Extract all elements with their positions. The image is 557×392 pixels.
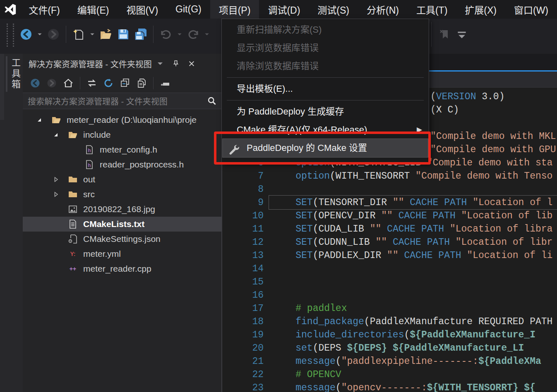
solution-explorer-panel: 解决方案资源管理器 - 文件夹视图 搜索解决方案资源管理器 - 文件夹视图 me… [23, 54, 222, 392]
code-token [273, 343, 295, 354]
code-token: "Location of lib [461, 210, 553, 221]
menu-bar-items: 文件(F)编辑(E)视图(V)Git(G)项目(P)调试(D)测试(S)分析(N… [20, 0, 557, 19]
code-token: CACHE PATH [393, 237, 456, 248]
code-line[interactable]: 21 message("paddlexpipeline-------:${Pad… [222, 355, 557, 368]
redo-icon[interactable] [186, 27, 201, 42]
new-file-icon[interactable] [71, 27, 86, 42]
code-line[interactable]: 7 option(WITH_TENSORRT "Compile demo wit… [222, 170, 557, 183]
code-line[interactable]: 10 SET(OPENCV_DIR "" CACHE PATH "Locatio… [222, 209, 557, 222]
code-line[interactable]: 16 [222, 289, 557, 302]
code-token: "Compile demo with MKL [430, 131, 556, 142]
folder-open-icon [67, 129, 78, 140]
tree-expanded-icon[interactable] [50, 129, 61, 140]
menubar-item-view[interactable]: 视图(V) [118, 0, 167, 19]
dropdown-chevron-icon[interactable] [89, 27, 96, 42]
menubar-item-project[interactable]: 项目(P) [210, 0, 259, 19]
tree-item[interactable]: ++meter_reader.cpp [23, 261, 221, 276]
tree-item-label: meter_reader (D:\luoqianhui\proje [67, 115, 197, 125]
code-line[interactable]: 23 message("opencv-------:${WITH_TENSORR… [222, 381, 557, 392]
nav-forward-icon[interactable] [46, 77, 58, 89]
nav-forward-icon[interactable] [46, 27, 61, 42]
toolbar-grip-handle[interactable] [7, 24, 14, 47]
code-token: CUDA_LIB [318, 224, 370, 234]
close-icon[interactable] [187, 60, 196, 68]
tree-collapsed-icon[interactable] [50, 174, 61, 185]
tree-item[interactable]: include [23, 127, 221, 142]
nav-back-icon[interactable] [19, 27, 34, 42]
tree-item[interactable]: Y:meter.yml [23, 246, 221, 261]
toolbox-tab[interactable]: 工具箱 [6, 56, 22, 92]
dropdown-chevron-icon[interactable] [156, 60, 164, 68]
search-icon[interactable] [207, 96, 216, 105]
menubar-item-analyze[interactable]: 分析(N) [358, 0, 408, 19]
dropdown-chevron-icon[interactable] [36, 27, 43, 42]
code-line[interactable]: 13 SET(PADDLEX_DIR "" CACHE PATH "Locati… [222, 249, 557, 262]
menubar-item-git[interactable]: Git(G) [167, 0, 210, 19]
menubar-item-window[interactable]: 窗口(W) [505, 0, 557, 19]
code-line[interactable]: 8 [222, 183, 557, 196]
tree-item[interactable]: out [23, 172, 221, 187]
menubar-item-test[interactable]: 测试(S) [309, 0, 358, 19]
dock-edge [0, 54, 4, 120]
folder-closed-icon [67, 174, 78, 185]
menubar-item-file[interactable]: 文件(F) [20, 0, 68, 19]
tree-item[interactable]: meter_reader (D:\luoqianhui\proje [23, 112, 221, 127]
menu-item-export-template[interactable]: 导出模板(E)... [222, 80, 429, 98]
dropdown-chevron-icon[interactable] [203, 27, 211, 42]
menubar-item-edit[interactable]: 编辑(E) [69, 0, 118, 19]
solution-explorer-title: 解决方案资源管理器 - 文件夹视图 [29, 58, 152, 70]
panel-bar-icon[interactable] [159, 77, 171, 89]
menu-item-rescan-solution[interactable]: 重新扫描解决方案(S) [222, 21, 429, 39]
sync-icon[interactable] [86, 77, 98, 89]
menubar-item-tools[interactable]: 工具(T) [408, 0, 456, 19]
refresh-icon[interactable] [102, 77, 115, 89]
code-line-text [264, 275, 273, 289]
annotation-highlight-box [214, 131, 431, 165]
code-line[interactable]: 15 [222, 275, 557, 289]
tree-expanded-icon[interactable] [34, 115, 45, 125]
tree-item[interactable]: CMakeLists.txt [23, 217, 221, 232]
tree-collapsed-icon[interactable] [50, 189, 61, 200]
bookmark-x-icon[interactable] [437, 27, 452, 42]
tree-item[interactable]: hmeter_config.h [23, 142, 221, 157]
tree-arrow-spacer [50, 234, 61, 244]
menubar-item-extensions[interactable]: 扩展(X) [456, 0, 505, 19]
code-line[interactable]: 19 include_directories(${PaddleXManufact… [222, 328, 557, 342]
code-line[interactable]: 14 [222, 262, 557, 275]
save-icon[interactable] [116, 27, 131, 42]
code-line-text: SET(CUDNN_LIB "" CACHE PATH "Location of… [264, 236, 552, 249]
code-line[interactable]: 17 # paddlex [222, 302, 557, 315]
code-line[interactable]: 11 SET(CUDA_LIB "" CACHE PATH "Location … [222, 222, 557, 236]
code-line[interactable]: 18 find_package(PaddleXManufacture REQUI… [222, 315, 557, 328]
menu-item-generate-cache-paddledeploy[interactable]: 为 PaddleDeploy 生成缓存 [222, 103, 429, 121]
code-line[interactable]: 22 # OPENCV [222, 368, 557, 381]
tree-item[interactable]: CMakeSettings.json [23, 232, 221, 246]
open-folder-icon[interactable] [98, 27, 113, 42]
save-all-icon[interactable] [133, 27, 148, 42]
tree-item[interactable]: 20190822_168.jpg [23, 202, 221, 217]
solution-explorer-titlebar[interactable]: 解决方案资源管理器 - 文件夹视图 [23, 54, 221, 74]
menu-item-clear-browse-db-errors[interactable]: 清除浏览数据库错误 [222, 57, 429, 75]
code-token [273, 369, 295, 380]
svg-text:Y:: Y: [70, 251, 76, 257]
code-line-text [264, 183, 273, 196]
pin-icon[interactable] [172, 60, 180, 68]
menu-item-show-browse-db-errors[interactable]: 显示浏览数据库错误 [222, 39, 429, 57]
code-line[interactable]: 12 SET(CUDNN_LIB "" CACHE PATH "Location… [222, 236, 557, 249]
dropdown-chevron-icon[interactable] [176, 27, 183, 42]
solution-explorer-search[interactable]: 搜索解决方案资源管理器 - 文件夹视图 [23, 93, 221, 109]
toolbar-overflow-icon[interactable] [454, 27, 469, 42]
code-line[interactable]: 20 set(DEPS ${DEPS} ${PaddleXManufacture… [222, 342, 557, 355]
toolbar-separator [80, 77, 80, 89]
tree-item[interactable]: hreader_postprocess.h [23, 157, 221, 172]
show-all-files-icon[interactable] [135, 77, 148, 89]
tree-item[interactable]: src [23, 187, 221, 202]
code-token [273, 382, 295, 392]
menubar-item-debug[interactable]: 调试(D) [259, 0, 309, 19]
home-icon[interactable] [62, 77, 74, 89]
undo-icon[interactable] [158, 27, 173, 42]
collapse-all-icon[interactable] [119, 77, 131, 89]
nav-back-icon[interactable] [29, 77, 41, 89]
code-token: "Compile demo with sta [427, 158, 553, 168]
code-token: "opencv-------: [341, 382, 427, 392]
